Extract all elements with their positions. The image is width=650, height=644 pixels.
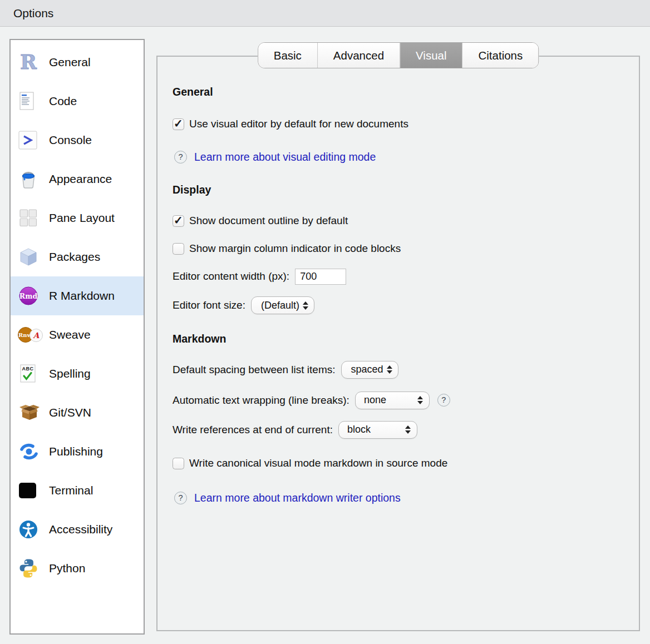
options-content-panel: Basic Advanced Visual Citations General … [156,56,640,631]
text-wrapping-label: Automatic text wrapping (line breaks): [173,394,349,407]
learn-more-visual-row: ? Learn more about visual editing mode [174,149,628,165]
paint-can-icon [18,169,43,190]
canonical-markdown-checkbox[interactable]: ✓ [173,458,184,469]
sidebar-item-label: R Markdown [49,289,115,303]
sidebar-item-label: Publishing [49,445,103,458]
section-heading-display: Display [173,184,628,198]
pane-grid-icon [18,207,43,229]
editor-content-width-label: Editor content width (px): [173,270,289,283]
sidebar-item-label: Code [49,95,77,108]
stepper-arrows-icon [405,425,411,434]
learn-more-markdown-link[interactable]: Learn more about markdown writer options [194,492,401,504]
spellcheck-icon: ABC [18,363,43,384]
show-margin-label[interactable]: Show margin column indicator in code blo… [189,242,401,255]
sidebar-item-r-markdown[interactable]: Rmd R Markdown [11,276,144,315]
sidebar-item-label: Packages [49,250,100,264]
sidebar-item-terminal[interactable]: Terminal [11,471,144,510]
sidebar-item-python[interactable]: Python [11,549,144,588]
svg-text:ABC: ABC [22,366,34,371]
list-spacing-label: Default spacing between list items: [173,364,336,376]
window-title: Options [13,7,53,20]
accessibility-icon [18,519,43,540]
check-icon: ✓ [174,117,183,130]
show-outline-row: ✓ Show document outline by default [173,212,628,229]
sidebar-item-label: Python [49,562,85,575]
tab-visual[interactable]: Visual [400,43,462,68]
canonical-markdown-row: ✓ Write canonical visual mode markdown i… [173,455,628,472]
text-wrapping-select[interactable]: none [355,392,430,409]
write-references-select[interactable]: block [338,421,417,439]
sidebar-item-label: General [49,56,91,69]
options-category-sidebar: R General Code Console [9,39,145,635]
publish-connect-icon [18,441,43,462]
rmarkdown-tabbar: Basic Advanced Visual Citations [258,42,539,68]
python-icon [18,558,43,579]
help-icon[interactable]: ? [174,151,187,164]
sidebar-item-sweave[interactable]: Rnw A Sweave [11,315,144,354]
help-icon[interactable]: ? [174,492,187,504]
cardboard-box-icon [18,402,43,423]
editor-font-size-select[interactable]: (Default) [251,296,314,314]
stepper-arrows-icon [417,396,423,404]
learn-more-visual-link[interactable]: Learn more about visual editing mode [194,151,376,164]
sidebar-item-publishing[interactable]: Publishing [11,432,144,471]
sidebar-item-label: Pane Layout [49,211,115,225]
write-references-value: block [347,424,371,435]
use-visual-editor-row: ✓ Use visual editor by default for new d… [173,116,628,132]
canonical-markdown-label[interactable]: Write canonical visual mode markdown in … [189,457,447,469]
tab-basic[interactable]: Basic [258,43,318,68]
show-outline-checkbox[interactable]: ✓ [173,215,184,227]
text-wrapping-value: none [364,394,386,406]
list-spacing-select[interactable]: spaced [341,361,398,379]
rmarkdown-badge-icon: Rmd [18,285,43,306]
sidebar-item-git-svn[interactable]: Git/SVN [11,393,144,432]
use-visual-editor-checkbox[interactable]: ✓ [173,118,184,130]
sidebar-item-label: Console [49,133,92,147]
sidebar-item-console[interactable]: Console [11,121,144,160]
console-prompt-icon [18,130,43,150]
section-heading-general: General [173,86,628,100]
package-cube-icon [18,246,43,267]
sidebar-item-code[interactable]: Code [11,82,144,121]
sidebar-item-label: Accessibility [49,523,112,536]
terminal-icon [18,481,43,500]
svg-text:A: A [33,331,40,340]
sidebar-item-label: Terminal [49,484,93,497]
sidebar-item-general[interactable]: R General [11,43,144,82]
sidebar-item-label: Sweave [49,328,91,341]
tab-advanced[interactable]: Advanced [318,43,400,68]
editor-content-width-input[interactable] [295,269,346,285]
check-icon: ✓ [174,214,183,227]
text-wrapping-row: Automatic text wrapping (line breaks): n… [173,391,628,409]
use-visual-editor-label[interactable]: Use visual editor by default for new doc… [189,118,408,130]
learn-more-markdown-row: ? Learn more about markdown writer optio… [174,490,628,506]
sidebar-item-pane-layout[interactable]: Pane Layout [11,199,144,237]
window-titlebar: Options [0,0,650,27]
list-spacing-value: spaced [351,364,383,375]
write-references-label: Write references at end of current: [173,424,333,436]
write-references-row: Write references at end of current: bloc… [173,420,628,439]
show-margin-checkbox[interactable]: ✓ [173,243,184,255]
svg-text:R: R [20,51,37,73]
tab-citations[interactable]: Citations [463,43,539,68]
sidebar-item-label: Appearance [49,172,112,186]
show-margin-row: ✓ Show margin column indicator in code b… [173,240,628,257]
sidebar-item-packages[interactable]: Packages [11,237,144,276]
sidebar-item-label: Spelling [49,367,91,380]
sidebar-item-label: Git/SVN [49,406,91,419]
help-icon[interactable]: ? [437,394,450,407]
editor-font-size-value: (Default) [261,300,299,311]
sidebar-item-appearance[interactable]: Appearance [11,160,144,199]
sweave-rnw-pdf-icon: Rnw A [18,324,43,345]
editor-font-size-row: Editor font size: (Default) [173,296,628,314]
stepper-arrows-icon [387,365,392,374]
sidebar-item-spelling[interactable]: ABC Spelling [11,354,144,393]
editor-font-size-label: Editor font size: [173,299,245,311]
show-outline-label[interactable]: Show document outline by default [189,215,348,227]
sidebar-item-accessibility[interactable]: Accessibility [11,510,144,549]
stepper-arrows-icon [303,301,308,310]
section-heading-markdown: Markdown [173,333,628,347]
list-spacing-row: Default spacing between list items: spac… [173,360,628,379]
code-document-icon [18,91,43,112]
r-logo-icon: R [18,51,43,73]
